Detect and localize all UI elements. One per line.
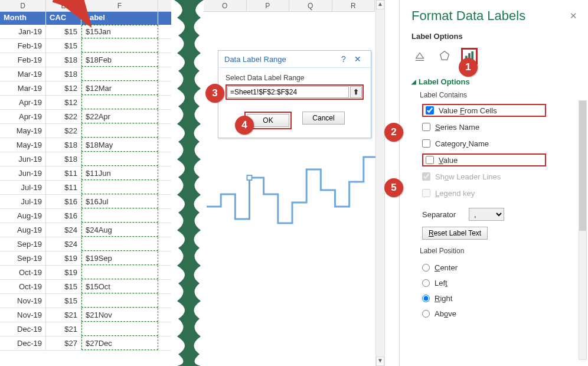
radio-left[interactable] bbox=[422, 279, 430, 287]
cell-cac[interactable]: $18 bbox=[46, 67, 81, 81]
table-row[interactable]: Apr-19$12 bbox=[0, 96, 171, 110]
cell-cac[interactable]: $24 bbox=[46, 223, 81, 237]
pos-above-row[interactable]: Above bbox=[422, 306, 577, 321]
cell-label[interactable] bbox=[81, 294, 158, 308]
cb-category-name[interactable] bbox=[422, 139, 430, 148]
cell-cac[interactable]: $19 bbox=[46, 251, 81, 265]
table-row[interactable]: May-19$22 bbox=[0, 124, 171, 138]
table-row[interactable]: Jun-19$18 bbox=[0, 152, 171, 166]
cell-label[interactable] bbox=[81, 266, 158, 279]
cell-label[interactable]: $19Sep bbox=[81, 251, 158, 265]
cell-cac[interactable]: $24 bbox=[46, 237, 81, 251]
cell-cac[interactable]: $16 bbox=[46, 195, 81, 208]
cell-month[interactable]: Dec-19 bbox=[0, 336, 46, 350]
table-row[interactable]: Dec-19$27$27Dec bbox=[0, 336, 171, 351]
table-row[interactable]: Feb-19$15 bbox=[0, 39, 171, 53]
cell-month[interactable]: Nov-19 bbox=[0, 308, 46, 322]
label-options-header[interactable]: Label Options bbox=[411, 32, 577, 41]
cell-cac[interactable]: $15 bbox=[46, 280, 81, 293]
cell-label[interactable] bbox=[81, 237, 158, 251]
cell-label[interactable]: $16Jul bbox=[81, 195, 158, 208]
radio-above[interactable] bbox=[422, 310, 430, 318]
table-row[interactable]: Oct-19$19 bbox=[0, 266, 171, 280]
table-row[interactable]: Dec-19$21 bbox=[0, 322, 171, 336]
cell-month[interactable]: Nov-19 bbox=[0, 294, 46, 308]
cell-label[interactable]: $18Feb bbox=[81, 53, 158, 67]
range-picker-icon[interactable]: ⬆ bbox=[350, 86, 362, 98]
cell-cac[interactable]: $22 bbox=[46, 124, 81, 138]
cell-month[interactable]: Oct-19 bbox=[0, 280, 46, 293]
cell-label[interactable]: $21Nov bbox=[81, 308, 158, 322]
cell-label[interactable] bbox=[81, 209, 158, 223]
cell-cac[interactable]: $18 bbox=[46, 138, 81, 152]
table-row[interactable]: Jun-19$11$11Jun bbox=[0, 166, 171, 181]
cell-cac[interactable]: $21 bbox=[46, 322, 81, 336]
scroll-down-icon[interactable]: ▼ bbox=[376, 357, 384, 366]
table-row[interactable]: Mar-19$18 bbox=[0, 67, 171, 81]
table-row[interactable]: May-19$18$18May bbox=[0, 138, 171, 152]
col-Q[interactable]: Q bbox=[289, 0, 332, 11]
cell-label[interactable] bbox=[81, 67, 158, 81]
table-row[interactable]: Jul-19$11 bbox=[0, 181, 171, 195]
cell-cac[interactable]: $19 bbox=[46, 266, 81, 279]
panel-close-icon[interactable]: ✕ bbox=[570, 11, 577, 21]
category-name-row[interactable]: Category Name bbox=[422, 137, 577, 150]
table-row[interactable]: Sep-19$19$19Sep bbox=[0, 251, 171, 266]
pos-right-row[interactable]: Right bbox=[422, 290, 577, 306]
cell-month[interactable]: Sep-19 bbox=[0, 237, 46, 251]
cell-cac[interactable]: $12 bbox=[46, 81, 81, 95]
cell-label[interactable]: $27Dec bbox=[81, 336, 158, 350]
cell-month[interactable]: Jul-19 bbox=[0, 181, 46, 194]
cell-month[interactable]: Apr-19 bbox=[0, 110, 46, 123]
cell-label[interactable] bbox=[81, 152, 158, 166]
hdr-month[interactable]: Month bbox=[0, 12, 46, 25]
cell-label[interactable]: $18May bbox=[81, 138, 158, 152]
separator-select[interactable]: , bbox=[469, 208, 504, 221]
col-R[interactable]: R bbox=[332, 0, 375, 11]
cell-month[interactable]: Jan-19 bbox=[0, 25, 46, 38]
radio-right[interactable] bbox=[422, 295, 430, 302]
cell-cac[interactable]: $27 bbox=[46, 336, 81, 350]
table-row[interactable]: Nov-19$21$21Nov bbox=[0, 308, 171, 322]
cell-month[interactable]: Mar-19 bbox=[0, 81, 46, 95]
cell-month[interactable]: May-19 bbox=[0, 138, 46, 152]
cell-month[interactable]: Sep-19 bbox=[0, 251, 46, 265]
value-row[interactable]: Value bbox=[422, 153, 546, 166]
step-chart[interactable] bbox=[204, 142, 381, 272]
fill-line-icon[interactable] bbox=[411, 48, 428, 64]
cancel-button[interactable]: Cancel bbox=[302, 112, 345, 125]
table-row[interactable]: Feb-19$18$18Feb bbox=[0, 53, 171, 67]
cell-cac[interactable]: $22 bbox=[46, 110, 81, 123]
table-row[interactable]: Aug-19$16 bbox=[0, 209, 171, 223]
cell-month[interactable]: May-19 bbox=[0, 124, 46, 138]
cell-cac[interactable]: $21 bbox=[46, 308, 81, 322]
cb-series-name[interactable] bbox=[422, 123, 430, 131]
table-row[interactable]: Apr-19$22$22Apr bbox=[0, 110, 171, 124]
cell-month[interactable]: Jul-19 bbox=[0, 195, 46, 208]
cell-cac[interactable]: $18 bbox=[46, 152, 81, 166]
cb-value-from-cells[interactable] bbox=[426, 106, 434, 115]
cell-label[interactable] bbox=[81, 96, 158, 109]
panel-scrollbar[interactable] bbox=[579, 100, 587, 360]
cell-month[interactable]: Jun-19 bbox=[0, 166, 46, 180]
cell-cac[interactable]: $16 bbox=[46, 209, 81, 223]
table-row[interactable]: Mar-19$12$12Mar bbox=[0, 81, 171, 96]
table-row[interactable]: Jul-19$16$16Jul bbox=[0, 195, 171, 209]
pos-left-row[interactable]: Left bbox=[422, 275, 577, 290]
cell-label[interactable]: $15Oct bbox=[81, 280, 158, 293]
reset-label-text-button[interactable]: Reset Label Text bbox=[422, 227, 488, 240]
cb-value[interactable] bbox=[426, 156, 434, 164]
scroll-up-icon[interactable]: ▲ bbox=[376, 0, 384, 9]
range-input[interactable] bbox=[227, 86, 349, 98]
cell-month[interactable]: Jun-19 bbox=[0, 152, 46, 166]
cell-month[interactable]: Feb-19 bbox=[0, 39, 46, 53]
col-P[interactable]: P bbox=[247, 0, 290, 11]
table-row[interactable]: Aug-19$24$24Aug bbox=[0, 223, 171, 237]
cell-label[interactable]: $12Mar bbox=[81, 81, 158, 95]
cell-cac[interactable]: $11 bbox=[46, 181, 81, 194]
value-from-cells-row[interactable]: Value From Cells bbox=[422, 104, 546, 117]
dialog-help-icon[interactable]: ? bbox=[337, 54, 351, 64]
cell-month[interactable]: Dec-19 bbox=[0, 322, 46, 336]
cell-cac[interactable]: $15 bbox=[46, 39, 81, 53]
cell-month[interactable]: Oct-19 bbox=[0, 266, 46, 279]
